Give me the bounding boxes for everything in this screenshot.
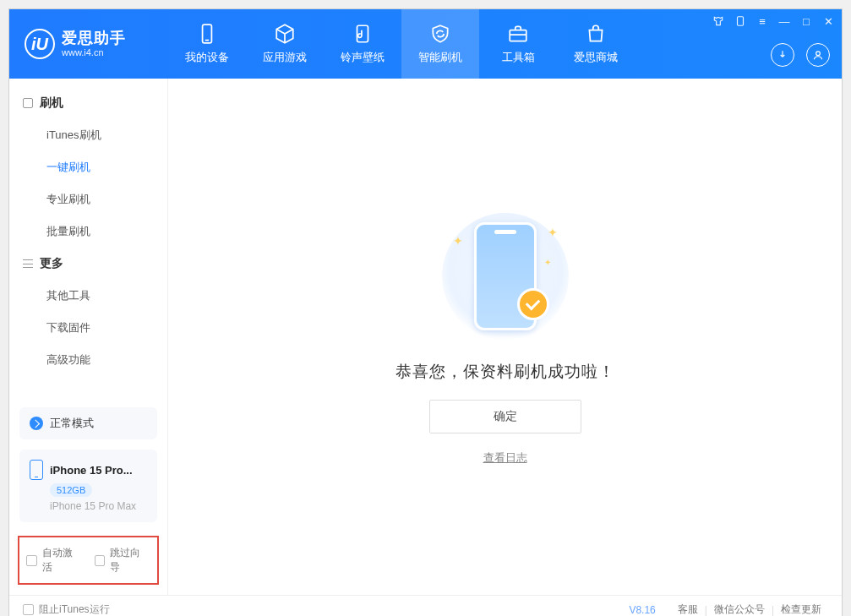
device-model: iPhone 15 Pro Max bbox=[50, 500, 136, 512]
check-circle-icon bbox=[30, 417, 43, 430]
tab-tools[interactable]: 工具箱 bbox=[479, 9, 557, 79]
phone-icon bbox=[196, 23, 218, 45]
ok-button[interactable]: 确定 bbox=[429, 400, 581, 433]
download-icon[interactable] bbox=[771, 43, 794, 67]
mode-label: 正常模式 bbox=[50, 416, 94, 431]
brand: 爱思助手 www.i4.cn bbox=[9, 9, 168, 79]
device-name: iPhone 15 Pro... bbox=[50, 464, 133, 477]
checkbox-auto-activate[interactable]: 自动激活 bbox=[26, 546, 83, 575]
square-icon bbox=[23, 98, 33, 108]
options-row: 自动激活 跳过向导 bbox=[18, 536, 159, 585]
sidebar: 刷机 iTunes刷机 一键刷机 专业刷机 批量刷机 更多 其他工具 下载固件 … bbox=[9, 79, 168, 595]
sidebar-item-batch[interactable]: 批量刷机 bbox=[9, 215, 167, 248]
window-controls: ≡ ― □ ✕ bbox=[712, 14, 835, 28]
sidebar-item-advanced[interactable]: 高级功能 bbox=[9, 344, 167, 376]
close-icon[interactable]: ✕ bbox=[821, 14, 835, 28]
tab-ring[interactable]: 铃声壁纸 bbox=[324, 9, 401, 79]
footer-link-update[interactable]: 检查更新 bbox=[781, 602, 821, 616]
footer-link-support[interactable]: 客服 bbox=[678, 602, 698, 616]
user-icon[interactable] bbox=[806, 43, 830, 67]
sidebar-item-itunes[interactable]: iTunes刷机 bbox=[9, 119, 167, 151]
brand-logo-icon bbox=[25, 29, 55, 59]
sparkle-icon: ✦ bbox=[548, 226, 558, 239]
tab-label: 工具箱 bbox=[502, 50, 535, 65]
storage-badge: 512GB bbox=[50, 483, 92, 497]
checkbox-icon bbox=[95, 555, 106, 566]
checkbox-icon bbox=[26, 555, 37, 566]
tab-label: 我的设备 bbox=[185, 50, 229, 65]
footer: 阻止iTunes运行 V8.16 客服 | 微信公众号 | 检查更新 bbox=[9, 595, 842, 616]
checkbox-skip-guide[interactable]: 跳过向导 bbox=[95, 546, 151, 575]
sidebar-item-firmware[interactable]: 下载固件 bbox=[9, 312, 167, 344]
skin-icon[interactable] bbox=[712, 14, 725, 28]
version-label: V8.16 bbox=[629, 604, 655, 616]
success-illustration: ✦ ✦ ✦ bbox=[438, 209, 573, 344]
maximize-icon[interactable]: □ bbox=[799, 14, 813, 28]
tab-label: 铃声壁纸 bbox=[341, 50, 385, 65]
mode-card[interactable]: 正常模式 bbox=[19, 407, 157, 439]
sidebar-item-pro[interactable]: 专业刷机 bbox=[9, 183, 167, 215]
sidebar-item-oneclick[interactable]: 一键刷机 bbox=[9, 151, 167, 183]
sidebar-section-flash[interactable]: 刷机 bbox=[9, 87, 167, 119]
header-actions bbox=[771, 43, 830, 67]
sidebar-item-other[interactable]: 其他工具 bbox=[9, 280, 167, 312]
svg-rect-4 bbox=[738, 17, 744, 26]
sidebar-section-more[interactable]: 更多 bbox=[9, 248, 167, 280]
svg-point-5 bbox=[816, 52, 821, 56]
tab-label: 应用游戏 bbox=[263, 50, 307, 65]
sparkle-icon: ✦ bbox=[544, 258, 551, 267]
tab-label: 智能刷机 bbox=[418, 50, 462, 65]
checkbox-icon bbox=[23, 604, 34, 615]
cube-icon bbox=[274, 23, 296, 45]
success-check-icon bbox=[517, 288, 549, 320]
body: 刷机 iTunes刷机 一键刷机 专业刷机 批量刷机 更多 其他工具 下载固件 … bbox=[9, 79, 842, 595]
menu-icon[interactable]: ≡ bbox=[756, 14, 769, 28]
success-message: 恭喜您，保资料刷机成功啦！ bbox=[395, 361, 615, 383]
footer-link-wechat[interactable]: 微信公众号 bbox=[714, 602, 765, 616]
checkbox-block-itunes[interactable]: 阻止iTunes运行 bbox=[23, 602, 110, 616]
main-content: ✦ ✦ ✦ 恭喜您，保资料刷机成功啦！ 确定 查看日志 bbox=[168, 79, 842, 595]
titlebar: 爱思助手 www.i4.cn 我的设备 应用游戏 铃声壁纸 智能刷机 bbox=[9, 9, 842, 79]
view-log-link[interactable]: 查看日志 bbox=[483, 450, 527, 466]
list-icon bbox=[23, 259, 33, 268]
toolbox-icon bbox=[507, 23, 529, 45]
device-icon bbox=[30, 460, 43, 480]
minimize-icon[interactable]: ― bbox=[777, 14, 791, 28]
tab-flash[interactable]: 智能刷机 bbox=[401, 9, 479, 79]
sparkle-icon: ✦ bbox=[453, 234, 463, 248]
feedback-icon[interactable] bbox=[734, 14, 747, 28]
brand-name: 爱思助手 bbox=[62, 30, 126, 47]
brand-url: www.i4.cn bbox=[62, 47, 126, 57]
music-icon bbox=[352, 23, 374, 45]
refresh-shield-icon bbox=[429, 23, 451, 45]
tab-device[interactable]: 我的设备 bbox=[168, 9, 246, 79]
tab-apps[interactable]: 应用游戏 bbox=[246, 9, 324, 79]
device-card[interactable]: iPhone 15 Pro... 512GB iPhone 15 Pro Max bbox=[19, 450, 157, 522]
bag-icon bbox=[585, 23, 607, 45]
app-window: 爱思助手 www.i4.cn 我的设备 应用游戏 铃声壁纸 智能刷机 bbox=[8, 8, 843, 616]
svg-rect-3 bbox=[510, 30, 526, 41]
tab-label: 爱思商城 bbox=[574, 50, 618, 65]
tab-store[interactable]: 爱思商城 bbox=[557, 9, 635, 79]
